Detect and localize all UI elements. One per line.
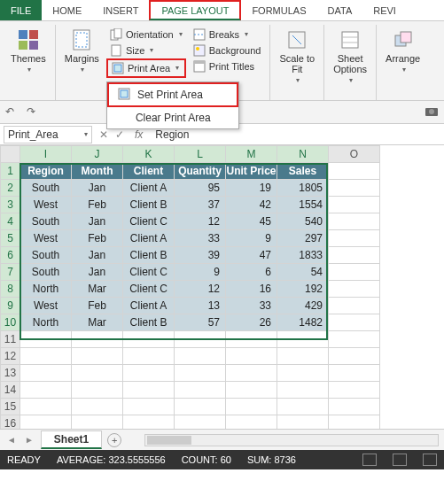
empty-cell[interactable] xyxy=(20,382,72,399)
data-cell[interactable]: 19 xyxy=(226,180,277,197)
redo-icon[interactable]: ↷ xyxy=(27,105,41,120)
set-print-area-item[interactable]: Set Print Area xyxy=(107,82,238,107)
data-cell[interactable]: 1833 xyxy=(277,247,329,264)
data-cell[interactable]: 42 xyxy=(226,197,277,213)
data-cell[interactable]: Feb xyxy=(72,230,123,247)
data-cell[interactable]: South xyxy=(20,247,72,264)
normal-view-icon[interactable] xyxy=(362,454,377,466)
row-header[interactable]: 11 xyxy=(1,331,20,348)
camera-icon[interactable] xyxy=(425,105,439,120)
empty-cell[interactable] xyxy=(175,331,226,348)
data-cell[interactable]: South xyxy=(20,213,72,230)
data-cell[interactable]: Client C xyxy=(123,264,175,281)
sheet-options-button[interactable]: Sheet Options▾ xyxy=(330,27,370,86)
empty-cell[interactable] xyxy=(72,365,123,382)
data-cell[interactable]: 6 xyxy=(226,264,277,281)
cancel-icon[interactable]: ✕ xyxy=(96,128,112,141)
empty-cell[interactable] xyxy=(72,415,123,430)
row-header[interactable]: 6 xyxy=(1,247,20,264)
empty-cell[interactable] xyxy=(277,348,329,365)
data-cell[interactable]: Client A xyxy=(123,180,175,197)
empty-cell[interactable] xyxy=(277,415,329,430)
data-cell[interactable]: Feb xyxy=(72,197,123,213)
name-box[interactable]: Print_Area▾ xyxy=(4,126,92,143)
tab-home[interactable]: HOME xyxy=(42,0,92,20)
row-header[interactable]: 7 xyxy=(1,264,20,281)
column-header[interactable]: N xyxy=(277,146,329,163)
horizontal-scrollbar[interactable] xyxy=(144,434,439,446)
tab-data[interactable]: DATA xyxy=(317,0,363,20)
data-cell[interactable]: 37 xyxy=(175,197,226,213)
enter-icon[interactable]: ✓ xyxy=(112,128,128,141)
row-header[interactable]: 1 xyxy=(1,163,20,180)
row-header[interactable]: 9 xyxy=(1,298,20,314)
data-cell[interactable]: West xyxy=(20,230,72,247)
row-header[interactable]: 8 xyxy=(1,281,20,298)
row-header[interactable]: 5 xyxy=(1,230,20,247)
tab-file[interactable]: FILE xyxy=(0,0,42,20)
empty-cell[interactable] xyxy=(226,365,277,382)
sheet-nav-next[interactable]: ► xyxy=(23,435,35,445)
sheet-tab[interactable]: Sheet1 xyxy=(41,430,102,449)
data-cell[interactable]: 1805 xyxy=(277,180,329,197)
row-header[interactable]: 4 xyxy=(1,213,20,230)
empty-cell[interactable] xyxy=(329,331,380,348)
empty-cell[interactable] xyxy=(20,399,72,415)
tab-insert[interactable]: INSERT xyxy=(92,0,149,20)
data-cell[interactable]: 1554 xyxy=(277,197,329,213)
data-cell[interactable]: 54 xyxy=(277,264,329,281)
empty-cell[interactable] xyxy=(329,213,380,230)
data-cell[interactable]: 45 xyxy=(226,213,277,230)
row-header[interactable]: 15 xyxy=(1,399,20,415)
data-cell[interactable]: 57 xyxy=(175,314,226,331)
column-header[interactable]: J xyxy=(72,146,123,163)
data-cell[interactable]: 39 xyxy=(175,247,226,264)
empty-cell[interactable] xyxy=(175,415,226,430)
empty-cell[interactable] xyxy=(175,348,226,365)
data-cell[interactable]: 26 xyxy=(226,314,277,331)
empty-cell[interactable] xyxy=(226,348,277,365)
data-cell[interactable]: South xyxy=(20,264,72,281)
formula-input[interactable]: Region xyxy=(150,128,444,141)
empty-cell[interactable] xyxy=(123,415,175,430)
data-cell[interactable]: Client B xyxy=(123,197,175,213)
data-cell[interactable]: North xyxy=(20,314,72,331)
empty-cell[interactable] xyxy=(226,382,277,399)
arrange-button[interactable]: Arrange▾ xyxy=(382,27,424,75)
empty-cell[interactable] xyxy=(226,331,277,348)
empty-cell[interactable] xyxy=(277,365,329,382)
empty-cell[interactable] xyxy=(20,365,72,382)
margins-button[interactable]: Margins ▾ xyxy=(61,27,103,78)
background-button[interactable]: Background xyxy=(190,43,265,58)
empty-cell[interactable] xyxy=(226,399,277,415)
empty-cell[interactable] xyxy=(329,247,380,264)
data-cell[interactable]: Client B xyxy=(123,247,175,264)
row-header[interactable]: 2 xyxy=(1,180,20,197)
column-header[interactable]: O xyxy=(329,146,380,163)
page-break-view-icon[interactable] xyxy=(423,454,437,466)
data-cell[interactable]: 540 xyxy=(277,213,329,230)
print-titles-button[interactable]: Print Titles xyxy=(190,58,265,74)
data-cell[interactable]: Client A xyxy=(123,298,175,314)
data-cell[interactable]: 1482 xyxy=(277,314,329,331)
select-all-corner[interactable] xyxy=(1,146,20,163)
empty-cell[interactable] xyxy=(20,415,72,430)
data-cell[interactable]: 9 xyxy=(175,264,226,281)
data-cell[interactable]: 47 xyxy=(226,247,277,264)
tab-page-layout[interactable]: PAGE LAYOUT xyxy=(149,0,241,20)
empty-cell[interactable] xyxy=(175,382,226,399)
data-cell[interactable]: 429 xyxy=(277,298,329,314)
add-sheet-button[interactable]: + xyxy=(107,433,121,447)
header-cell[interactable]: Client xyxy=(123,163,175,180)
empty-cell[interactable] xyxy=(329,230,380,247)
empty-cell[interactable] xyxy=(329,281,380,298)
row-header[interactable]: 14 xyxy=(1,382,20,399)
breaks-button[interactable]: Breaks▾ xyxy=(190,27,265,43)
empty-cell[interactable] xyxy=(329,399,380,415)
data-cell[interactable]: 95 xyxy=(175,180,226,197)
scale-to-fit-button[interactable]: Scale to Fit▾ xyxy=(276,27,318,86)
size-button[interactable]: Size▾ xyxy=(106,43,186,58)
empty-cell[interactable] xyxy=(72,382,123,399)
row-header[interactable]: 13 xyxy=(1,365,20,382)
row-header[interactable]: 3 xyxy=(1,197,20,213)
